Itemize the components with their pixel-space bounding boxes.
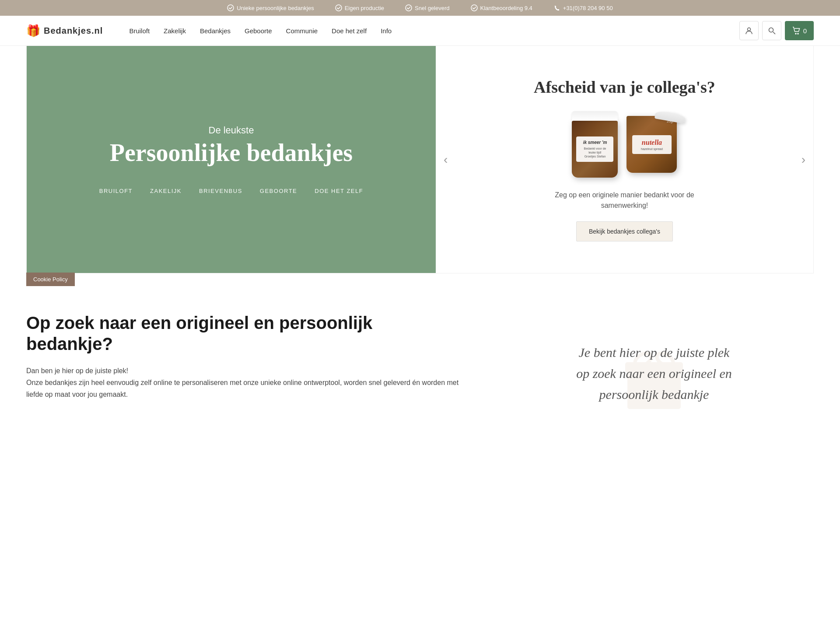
phone-icon — [553, 4, 560, 11]
topbar-item-eigen: Eigen productie — [335, 4, 384, 11]
hero-link-brievenbus[interactable]: BRIEVENBUS — [199, 188, 242, 194]
hero-right-title: Afscheid van je collega's? — [534, 77, 715, 98]
search-icon — [767, 26, 776, 35]
hero-subtitle: De leukste — [209, 125, 254, 136]
account-icon — [745, 26, 753, 35]
jar-1-label: ik smeer 'm Bedankt voor de leuke tijd!G… — [576, 136, 613, 162]
topbar-phone-text: +31(0)78 204 90 50 — [563, 5, 613, 11]
main-nav: Bruiloft Zakelijk Bedankjes Geboorte Com… — [129, 27, 739, 35]
nav-bedankjes[interactable]: Bedankjes — [200, 27, 231, 35]
hero-link-zakelijk[interactable]: ZAKELIJK — [150, 188, 182, 194]
hero-section: De leukste Persoonlijke bedankjes BRUILO… — [26, 46, 814, 273]
cart-icon — [792, 26, 801, 35]
jar-1-container: ik smeer 'm Bedankt voor de leuke tijd!G… — [572, 111, 618, 178]
nav-zakelijk[interactable]: Zakelijk — [164, 27, 186, 35]
hero-title: Persoonlijke bedankjes — [110, 140, 353, 167]
carousel-next-button[interactable]: › — [798, 149, 809, 170]
jar-1-sublabel: Bedankt voor de leuke tijd!Groetjes Stef… — [581, 147, 609, 158]
svg-line-6 — [773, 32, 775, 34]
topbar-item-snel: Snel geleverd — [405, 4, 450, 11]
nav-bruiloft[interactable]: Bruiloft — [129, 27, 150, 35]
hero-link-doe-het-zelf[interactable]: DOE HET ZELF — [315, 188, 363, 194]
check-icon-unique — [227, 4, 234, 11]
topbar-item-phone[interactable]: +31(0)78 204 90 50 — [553, 4, 613, 11]
logo-link[interactable]: 🎁 Bedankjes.nl — [26, 24, 103, 38]
topbar-klant-text: Klantbeoordeling 9.4 — [480, 5, 532, 11]
script-line-1: Je bent hier op de juiste plek — [576, 342, 732, 363]
jar-2-label: nutella hazelnut spread — [632, 135, 672, 154]
jar-2-label-text: nutella — [637, 139, 666, 147]
cookie-policy-bar[interactable]: Cookie Policy — [26, 273, 75, 286]
hero-category-links: BRUILOFT ZAKELIJK BRIEVENBUS GEBOORTE DO… — [99, 188, 363, 194]
hero-left-panel: De leukste Persoonlijke bedankjes BRUILO… — [27, 46, 436, 273]
jar-1-lid — [572, 111, 618, 121]
check-icon-snel — [405, 4, 412, 11]
nav-doe-het-zelf[interactable]: Doe het zelf — [332, 27, 367, 35]
nav-geboorte[interactable]: Geboorte — [245, 27, 272, 35]
jar-2-body: 25g! nutella hazelnut spread — [626, 116, 677, 173]
cart-count: 0 — [803, 27, 807, 35]
cart-button[interactable]: 0 — [785, 21, 814, 40]
search-button[interactable] — [762, 21, 781, 40]
product-image: ik smeer 'm Bedankt voor de leuke tijd!G… — [572, 111, 677, 178]
svg-point-5 — [769, 28, 773, 32]
content-title: Op zoek naar een origineel en persoonlij… — [26, 312, 459, 354]
topbar-item-unique: Unieke persoonlijke bedankjes — [227, 4, 314, 11]
hero-right-panel: ‹ Afscheid van je collega's? ik smeer 'm… — [436, 46, 813, 273]
check-icon-klant — [471, 4, 478, 11]
topbar-eigen-text: Eigen productie — [345, 5, 384, 11]
logo-icon: 🎁 — [26, 24, 40, 38]
hero-description: Zeg op een originele manier bedankt voor… — [550, 190, 699, 211]
header-actions: 0 — [739, 21, 814, 40]
logo-text: Bedankjes.nl — [44, 26, 103, 36]
script-line-3: persoonlijk bedankje — [576, 384, 732, 405]
topbar-unique-text: Unieke persoonlijke bedankjes — [237, 5, 314, 11]
top-bar: Unieke persoonlijke bedankjes Eigen prod… — [0, 0, 840, 16]
jar-1-body: ik smeer 'm Bedankt voor de leuke tijd!G… — [572, 121, 618, 178]
site-header: 🎁 Bedankjes.nl Bruiloft Zakelijk Bedankj… — [0, 16, 840, 46]
jar-1-label-text: ik smeer 'm — [581, 140, 609, 145]
topbar-item-klant: Klantbeoordeling 9.4 — [471, 4, 532, 11]
nav-communie[interactable]: Communie — [286, 27, 318, 35]
svg-point-2 — [406, 5, 412, 11]
svg-point-8 — [798, 33, 798, 34]
carousel-prev-button[interactable]: ‹ — [440, 149, 451, 170]
hero-link-bruiloft[interactable]: BRUILOFT — [99, 188, 133, 194]
svg-point-7 — [795, 33, 796, 34]
jar-2-container: 25g! nutella hazelnut spread — [626, 116, 677, 173]
account-button[interactable] — [739, 21, 759, 40]
svg-point-3 — [471, 5, 477, 11]
script-line-2: op zoek naar een origineel en — [576, 363, 732, 384]
content-image-block: Je bent hier op de juiste plek op zoek n… — [494, 312, 814, 435]
content-text-block: Op zoek naar een origineel en persoonlij… — [26, 312, 459, 401]
svg-point-0 — [228, 5, 234, 11]
nav-info[interactable]: Info — [381, 27, 392, 35]
svg-point-1 — [336, 5, 342, 11]
topbar-snel-text: Snel geleverd — [415, 5, 450, 11]
svg-point-4 — [747, 28, 750, 31]
check-icon-eigen — [335, 4, 342, 11]
script-decorative-text: Je bent hier op de juiste plek op zoek n… — [576, 342, 732, 405]
content-body: Dan ben je hier op de juiste plek!Onze b… — [26, 365, 459, 401]
script-text-wrapper: Je bent hier op de juiste plek op zoek n… — [576, 342, 732, 405]
content-section: Op zoek naar een origineel en persoonlij… — [0, 286, 840, 461]
hero-link-geboorte[interactable]: GEBOORTE — [260, 188, 297, 194]
hero-cta-button[interactable]: Bekijk bedankjes collega's — [576, 221, 673, 241]
